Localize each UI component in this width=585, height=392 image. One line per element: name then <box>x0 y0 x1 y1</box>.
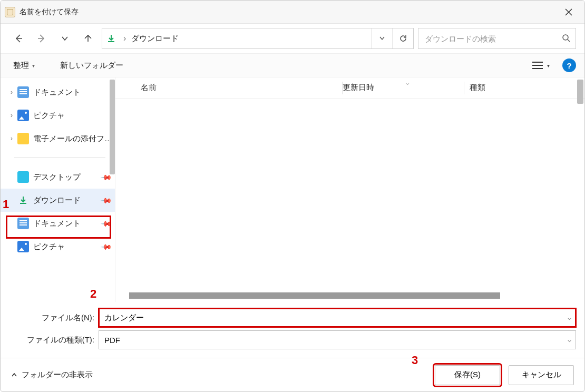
dialog-body: › ドキュメント › ピクチャ › 電子メールの添付ファイル デスクトップ 📌 <box>1 77 584 302</box>
column-date[interactable]: 更新日時 ⌵ <box>343 83 464 93</box>
chevron-up-icon <box>11 372 17 378</box>
filetype-label: ファイルの種類(T): <box>9 335 99 345</box>
sidebar-scrollbar[interactable] <box>110 80 115 174</box>
dialog-footer: フォルダーの非表示 保存(S) キャンセル <box>1 358 584 391</box>
hide-folders-label: フォルダーの非表示 <box>22 370 93 380</box>
tree-label: 電子メールの添付ファイル <box>33 134 115 144</box>
filename-value: カレンダー <box>104 313 144 323</box>
sort-indicator-icon: ⌵ <box>406 80 409 86</box>
back-button[interactable] <box>9 29 28 48</box>
arrow-right-icon <box>37 34 46 43</box>
titlebar: 名前を付けて保存 <box>1 1 584 24</box>
chevron-down-icon[interactable]: ⌵ <box>568 336 571 344</box>
tree-label: ドキュメント <box>33 87 115 97</box>
picture-icon <box>17 241 29 252</box>
arrow-left-icon <box>14 34 23 43</box>
folder-icon <box>17 133 29 144</box>
file-list-pane: 名前 更新日時 ⌵ 種類 <box>115 77 584 302</box>
forward-button[interactable] <box>32 29 51 48</box>
search-box[interactable] <box>418 28 576 49</box>
chevron-down-icon[interactable]: ⌵ <box>568 314 571 321</box>
refresh-button[interactable] <box>392 28 413 48</box>
vertical-scrollbar[interactable] <box>577 80 583 104</box>
hide-folders-toggle[interactable]: フォルダーの非表示 <box>11 370 93 380</box>
pin-icon: 📌 <box>100 240 112 252</box>
filename-input[interactable]: カレンダー ⌵ <box>99 308 576 327</box>
download-icon <box>102 34 120 43</box>
pin-icon: 📌 <box>100 217 112 229</box>
tree-label: ピクチャ <box>33 111 115 121</box>
horizontal-scrollbar[interactable] <box>129 292 500 299</box>
desktop-icon <box>17 171 29 183</box>
tree-item-desktop[interactable]: デスクトップ 📌 <box>1 165 115 189</box>
column-headers: 名前 更新日時 ⌵ 種類 <box>115 77 584 99</box>
document-icon <box>17 218 29 229</box>
pin-icon: 📌 <box>100 194 112 206</box>
tree-label: ダウンロード <box>33 195 102 205</box>
refresh-icon <box>399 34 407 43</box>
file-fields: ファイル名(N): カレンダー ⌵ ファイルの種類(T): PDF ⌵ <box>1 302 584 358</box>
cancel-button[interactable]: キャンセル <box>509 365 574 385</box>
breadcrumb-separator: › <box>123 34 126 43</box>
search-input[interactable] <box>424 34 562 44</box>
svg-point-0 <box>563 35 568 40</box>
tree-label: ドキュメント <box>33 219 102 229</box>
recent-button[interactable] <box>55 29 74 48</box>
organize-label: 整理 <box>13 61 29 71</box>
caret-down-icon: ▾ <box>547 63 550 68</box>
tree-label: ピクチャ <box>33 242 102 252</box>
tree-divider <box>14 158 105 158</box>
close-button[interactable] <box>557 1 580 24</box>
tree-item-downloads[interactable]: ダウンロード 📌 <box>1 189 115 212</box>
list-view-icon <box>532 61 543 70</box>
nav-row: › ダウンロード <box>1 24 584 53</box>
chevron-right-icon[interactable]: › <box>6 112 17 119</box>
up-button[interactable] <box>79 29 97 48</box>
filename-label: ファイル名(N): <box>9 313 99 323</box>
document-icon <box>17 86 29 98</box>
file-list[interactable] <box>115 99 584 302</box>
view-options-button[interactable]: ▾ <box>529 58 553 73</box>
command-bar: 整理 ▾ 新しいフォルダー ▾ ? <box>1 53 584 77</box>
picture-icon <box>17 110 29 121</box>
new-folder-button[interactable]: 新しいフォルダー <box>56 57 128 74</box>
organize-button[interactable]: 整理 ▾ <box>9 57 39 74</box>
filetype-value: PDF <box>104 336 120 345</box>
history-dropdown[interactable] <box>371 28 392 48</box>
download-icon <box>17 194 29 206</box>
chevron-right-icon[interactable]: › <box>6 89 17 96</box>
save-button[interactable]: 保存(S) <box>435 365 500 385</box>
column-type[interactable]: 種類 <box>464 83 584 93</box>
tree-item-documents-pinned[interactable]: ドキュメント 📌 <box>1 212 115 235</box>
breadcrumb-current[interactable]: ダウンロード <box>129 34 181 44</box>
window-title: 名前を付けて保存 <box>19 7 79 17</box>
address-bar[interactable]: › ダウンロード <box>102 28 414 49</box>
new-folder-label: 新しいフォルダー <box>60 61 123 71</box>
tree-item-documents[interactable]: › ドキュメント <box>1 81 115 104</box>
app-icon <box>5 7 15 17</box>
filetype-select[interactable]: PDF ⌵ <box>99 330 576 349</box>
save-as-dialog: 名前を付けて保存 › ダウンロード <box>0 0 585 392</box>
nav-tree: › ドキュメント › ピクチャ › 電子メールの添付ファイル デスクトップ 📌 <box>1 77 115 302</box>
tree-label: デスクトップ <box>33 172 102 182</box>
search-icon[interactable] <box>562 34 570 44</box>
chevron-down-icon <box>61 35 69 42</box>
column-name[interactable]: 名前 <box>115 83 342 93</box>
chevron-down-icon <box>379 35 385 42</box>
tree-item-pictures-pinned[interactable]: ピクチャ 📌 <box>1 235 115 258</box>
caret-down-icon: ▾ <box>32 63 35 68</box>
arrow-up-icon <box>83 34 93 43</box>
help-button[interactable]: ? <box>562 58 576 72</box>
tree-item-pictures[interactable]: › ピクチャ <box>1 104 115 127</box>
close-icon <box>565 8 572 16</box>
tree-item-email-attachments[interactable]: › 電子メールの添付ファイル <box>1 127 115 150</box>
chevron-right-icon[interactable]: › <box>6 135 17 142</box>
